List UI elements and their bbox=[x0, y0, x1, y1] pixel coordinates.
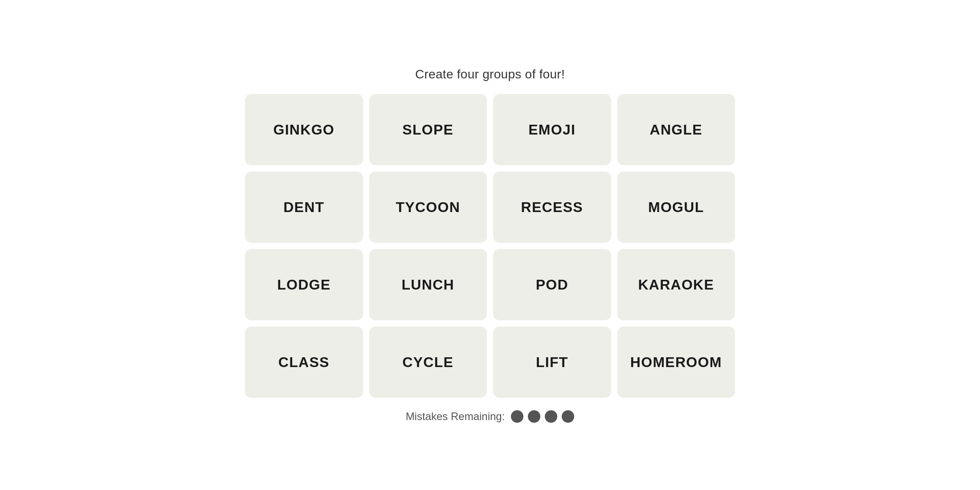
tile-ginkgo[interactable]: GINKGO bbox=[245, 94, 363, 165]
tile-slope[interactable]: SLOPE bbox=[369, 94, 487, 165]
tile-label-homeroom: HOMEROOM bbox=[630, 354, 722, 371]
tile-cycle[interactable]: CYCLE bbox=[369, 327, 487, 398]
tile-recess[interactable]: RECESS bbox=[493, 172, 611, 243]
tile-tycoon[interactable]: TYCOON bbox=[369, 172, 487, 243]
tile-label-dent: DENT bbox=[283, 199, 324, 216]
tile-label-cycle: CYCLE bbox=[402, 354, 453, 371]
tile-label-tycoon: TYCOON bbox=[396, 199, 460, 216]
tile-label-mogul: MOGUL bbox=[648, 199, 704, 216]
tile-label-lodge: LODGE bbox=[277, 277, 331, 293]
tile-homeroom[interactable]: HOMEROOM bbox=[617, 327, 735, 398]
tile-label-slope: SLOPE bbox=[402, 122, 453, 138]
tile-label-angle: ANGLE bbox=[650, 122, 702, 138]
game-container: Create four groups of four! GINKGOSLOPEE… bbox=[245, 67, 735, 423]
subtitle: Create four groups of four! bbox=[415, 67, 565, 82]
tile-label-pod: POD bbox=[536, 277, 568, 293]
tile-lodge[interactable]: LODGE bbox=[245, 249, 363, 320]
mistake-dot-3 bbox=[545, 410, 557, 423]
tile-label-class: CLASS bbox=[278, 354, 330, 371]
tile-label-emoji: EMOJI bbox=[528, 122, 576, 138]
mistake-dot-4 bbox=[562, 410, 574, 423]
tile-label-recess: RECESS bbox=[521, 199, 583, 216]
tile-lift[interactable]: LIFT bbox=[493, 327, 611, 398]
mistakes-label: Mistakes Remaining: bbox=[406, 410, 505, 423]
tile-label-lunch: LUNCH bbox=[402, 277, 454, 293]
mistake-dot-2 bbox=[528, 410, 540, 423]
tile-class[interactable]: CLASS bbox=[245, 327, 363, 398]
tile-dent[interactable]: DENT bbox=[245, 172, 363, 243]
tile-angle[interactable]: ANGLE bbox=[617, 94, 735, 165]
tile-emoji[interactable]: EMOJI bbox=[493, 94, 611, 165]
tile-mogul[interactable]: MOGUL bbox=[617, 172, 735, 243]
mistake-dot-1 bbox=[511, 410, 523, 423]
mistakes-dots bbox=[511, 410, 574, 423]
tile-lunch[interactable]: LUNCH bbox=[369, 249, 487, 320]
tile-label-karaoke: KARAOKE bbox=[638, 277, 714, 293]
tile-karaoke[interactable]: KARAOKE bbox=[617, 249, 735, 320]
tile-label-ginkgo: GINKGO bbox=[274, 122, 335, 138]
mistakes-row: Mistakes Remaining: bbox=[406, 410, 575, 423]
tile-grid: GINKGOSLOPEEMOJIANGLEDENTTYCOONRECESSMOG… bbox=[245, 94, 735, 398]
tile-pod[interactable]: POD bbox=[493, 249, 611, 320]
tile-label-lift: LIFT bbox=[536, 354, 568, 371]
